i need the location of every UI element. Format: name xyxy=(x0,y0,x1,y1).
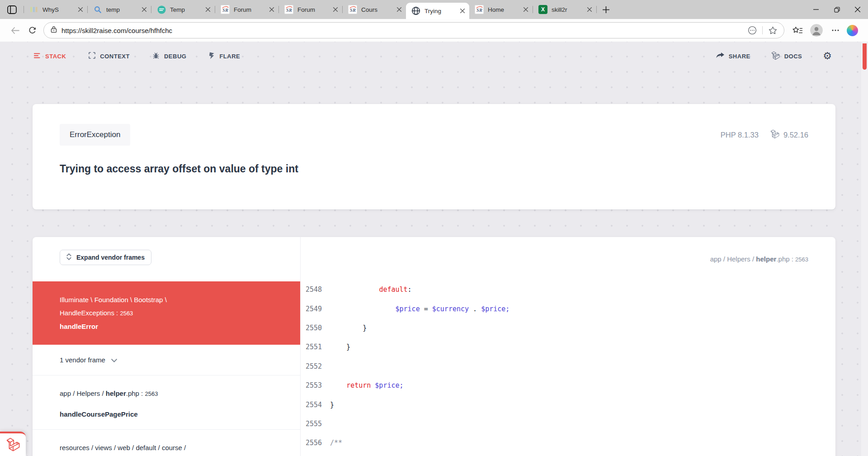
ignition-toolbar: STACK CONTEXT DEBUG F xyxy=(0,42,868,71)
copilot-icon[interactable] xyxy=(847,25,858,36)
chevron-down-icon xyxy=(111,356,117,364)
code-token: $price xyxy=(481,305,505,313)
sr-favicon: SR xyxy=(284,5,293,14)
code-token xyxy=(330,305,396,313)
code-line-text: } xyxy=(325,401,334,409)
frame-method: handleCoursePagePrice xyxy=(60,409,273,420)
expand-vendor-frames-button[interactable]: Expand vendor frames xyxy=(60,250,151,265)
code-line-text: } xyxy=(325,343,350,351)
tab-title: Trying xyxy=(425,8,458,14)
excel-favicon: X xyxy=(538,5,547,14)
code-line-text: default: xyxy=(325,285,412,294)
code-token xyxy=(330,381,346,390)
browser-tab-skill2r[interactable]: Xskill2r xyxy=(533,0,596,19)
close-window-button[interactable] xyxy=(847,0,868,19)
code-line: 2548 default: xyxy=(301,280,835,299)
profile-avatar[interactable] xyxy=(810,24,823,37)
code-line: 2551 } xyxy=(301,337,835,356)
code-token xyxy=(330,285,379,294)
toolbar-actions: SHARE DOCS ⚙ xyxy=(716,51,832,62)
favorites-bar-icon[interactable] xyxy=(789,22,806,38)
code-line: 2555 xyxy=(301,414,835,433)
collapsed-label: 1 vendor frame xyxy=(60,356,105,364)
stack-lines-icon xyxy=(33,52,41,61)
code-token: } xyxy=(330,343,350,351)
browser-tab-temp[interactable]: Temp xyxy=(151,0,215,19)
stack-frame[interactable]: app / Helpers / helper.php : 2563handleC… xyxy=(33,375,300,429)
vendor-frames-collapsed[interactable]: 1 vendor frame xyxy=(33,345,300,375)
scrollbar-thumb[interactable] xyxy=(863,43,867,70)
share-button[interactable]: SHARE xyxy=(716,52,750,60)
url-text[interactable]: https://skill2raise.com/course/hfhfchc xyxy=(61,27,745,34)
tab-stack-label: STACK xyxy=(45,53,66,60)
code-line: 2556/** xyxy=(301,433,835,452)
code-token xyxy=(371,381,375,390)
stack-frame[interactable]: resources / views / web / default / cour… xyxy=(33,429,300,456)
window-controls xyxy=(806,0,868,19)
error-message: Trying to access array offset on value o… xyxy=(60,163,808,175)
tab-context[interactable]: CONTEXT xyxy=(89,52,130,60)
sr-favicon: SR xyxy=(475,5,484,14)
back-icon[interactable] xyxy=(6,22,24,38)
browser-tab-whys[interactable]: WhyS xyxy=(24,0,87,19)
context-brackets-icon xyxy=(89,52,95,60)
refresh-icon[interactable] xyxy=(24,22,41,38)
workspaces-icon[interactable] xyxy=(0,0,24,19)
tab-close-icon[interactable] xyxy=(331,5,340,14)
tab-close-icon[interactable] xyxy=(140,5,148,14)
scrollbar-track[interactable] xyxy=(861,42,868,456)
browser-tab-trying[interactable]: Trying xyxy=(406,3,469,19)
laravel-logo-icon xyxy=(771,51,780,62)
tab-close-icon[interactable] xyxy=(268,5,276,14)
code-token: ; xyxy=(505,305,509,313)
tab-close-icon[interactable] xyxy=(585,5,594,14)
tab-close-icon[interactable] xyxy=(76,5,85,14)
tab-close-icon[interactable] xyxy=(395,5,403,14)
settings-gear-icon[interactable]: ⚙ xyxy=(823,51,832,61)
frame-path: resources / views / web / default / cour… xyxy=(60,442,273,453)
code-line-number: 2550 xyxy=(301,324,325,332)
code-line-number: 2554 xyxy=(301,401,325,409)
favorite-star-icon[interactable] xyxy=(766,22,779,38)
laravel-corner-badge[interactable] xyxy=(0,432,26,456)
code-token: return xyxy=(346,381,371,390)
browser-tab-home[interactable]: SRHome xyxy=(469,0,533,19)
sr-favicon: SR xyxy=(221,5,230,14)
tab-strip: WhyStempTempSRForumSRForumSRCoursTryingS… xyxy=(24,0,597,19)
frame-line-number: 2563 xyxy=(120,310,133,317)
tab-close-icon[interactable] xyxy=(204,5,212,14)
code-line-number: 2552 xyxy=(301,362,325,370)
address-bar[interactable]: https://skill2raise.com/course/hfhfchc xyxy=(43,22,784,38)
frame-method: handleError xyxy=(60,320,282,333)
tab-close-icon[interactable] xyxy=(458,7,467,15)
docs-button[interactable]: DOCS xyxy=(771,51,802,62)
tab-title: Home xyxy=(488,6,522,13)
browser-tab-forum[interactable]: SRForum xyxy=(215,0,278,19)
browser-menu-icon[interactable] xyxy=(827,22,844,38)
frame-path: HandleExceptions : 2563 xyxy=(60,306,282,320)
browser-tab-cours[interactable]: SRCours xyxy=(343,0,406,19)
code-token: $currency xyxy=(432,305,469,313)
code-line: 2552 xyxy=(301,357,835,376)
tab-flare-label: FLARE xyxy=(219,53,240,60)
circle-ellipsis-icon[interactable] xyxy=(745,22,759,38)
page-wrap: ErrorException PHP 8.1.33 9.52.16 T xyxy=(0,104,868,456)
code-token: } xyxy=(330,324,367,332)
tab-title: Forum xyxy=(234,6,268,13)
new-tab-button[interactable] xyxy=(597,0,615,19)
tab-flare[interactable]: FLARE xyxy=(209,52,240,61)
stack-frame-active[interactable]: Illuminate \ Foundation \ Bootstrap \Han… xyxy=(33,281,300,345)
browser-tab-temp[interactable]: temp xyxy=(88,0,151,19)
tab-debug[interactable]: DEBUG xyxy=(152,52,186,61)
svg-text:SR: SR xyxy=(222,8,228,13)
tab-stack[interactable]: STACK xyxy=(33,52,66,61)
minimize-button[interactable] xyxy=(806,0,826,19)
tab-close-icon[interactable] xyxy=(522,5,530,14)
code-line-text: } xyxy=(325,324,367,332)
laravel-logo-icon xyxy=(770,129,779,141)
code-token: } xyxy=(330,401,334,409)
code-line-number: 2551 xyxy=(301,343,325,351)
browser-tab-forum[interactable]: SRForum xyxy=(279,0,342,19)
teal-favicon xyxy=(157,5,166,14)
restore-button[interactable] xyxy=(826,0,847,19)
